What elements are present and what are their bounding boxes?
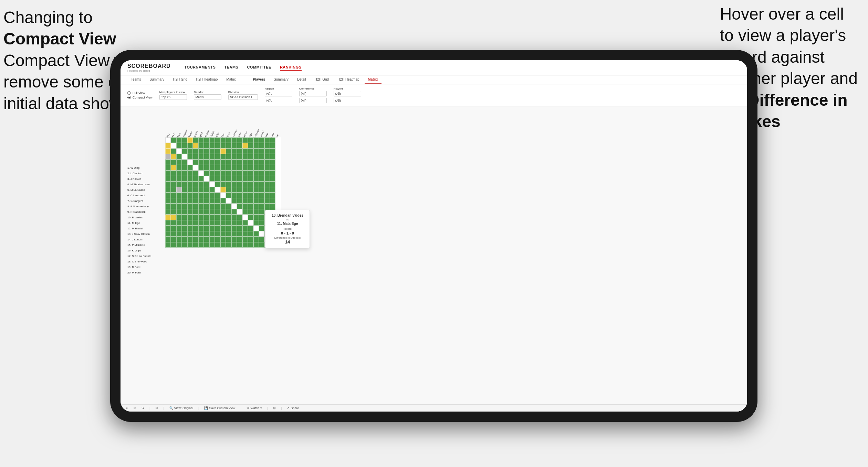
redo-button[interactable]: ↪ [142,406,144,410]
grid-cell[interactable] [259,187,264,193]
grid-cell[interactable] [171,181,176,187]
grid-cell[interactable] [275,204,281,209]
grid-cell[interactable] [242,143,248,148]
grid-cell[interactable] [264,176,270,181]
grid-cell[interactable] [253,165,259,170]
grid-cell[interactable] [248,215,253,220]
grid-cell[interactable] [198,237,204,242]
grid-cell[interactable] [204,154,209,159]
grid-cell[interactable] [176,193,182,198]
view-original-button[interactable]: 🔍 View: Original [169,406,193,410]
grid-cell[interactable] [242,226,248,231]
grid-cell[interactable] [220,215,226,220]
grid-cell[interactable] [187,231,193,237]
grid-cell[interactable] [248,193,253,198]
grid-cell[interactable] [248,170,253,176]
grid-cell[interactable] [182,226,187,231]
tab-teams[interactable]: Teams [127,75,144,84]
grid-cell[interactable] [215,204,220,209]
tab-summary-2[interactable]: Summary [270,75,292,84]
grid-cell[interactable] [187,159,193,165]
grid-cell[interactable] [204,170,209,176]
grid-cell[interactable] [248,204,253,209]
grid-cell[interactable] [193,165,198,170]
grid-cell[interactable] [259,204,264,209]
grid-cell[interactable] [215,137,220,143]
grid-cell[interactable] [275,181,281,187]
grid-cell[interactable] [182,143,187,148]
grid-cell[interactable] [165,137,171,143]
grid-cell[interactable] [171,154,176,159]
tab-h2h-grid-1[interactable]: H2H Grid [169,75,191,84]
grid-cell[interactable] [253,187,259,193]
grid-cell[interactable] [259,220,264,226]
grid-cell[interactable] [220,226,226,231]
grid-cell[interactable] [275,137,281,143]
grid-cell[interactable] [226,148,231,154]
grid-cell[interactable] [226,242,231,248]
grid-cell[interactable] [182,137,187,143]
grid-cell[interactable] [226,143,231,148]
grid-cell[interactable] [193,242,198,248]
grid-cell[interactable] [204,237,209,242]
grid-cell[interactable] [176,187,182,193]
conference-select-1[interactable]: (All) [299,91,327,96]
grid-cell[interactable] [264,159,270,165]
grid-cell[interactable] [220,159,226,165]
grid-cell[interactable] [204,181,209,187]
grid-cell[interactable] [193,220,198,226]
grid-cell[interactable] [204,242,209,248]
grid-cell[interactable] [253,204,259,209]
grid-cell[interactable] [259,193,264,198]
grid-cell[interactable] [193,215,198,220]
grid-cell[interactable] [237,242,242,248]
grid-cell[interactable] [187,181,193,187]
grid-cell[interactable] [220,176,226,181]
grid-cell[interactable] [237,159,242,165]
grid-cell[interactable] [220,204,226,209]
grid-cell[interactable] [176,143,182,148]
undo-button[interactable]: ↩ [126,406,128,410]
grid-cell[interactable] [165,143,171,148]
grid-cell[interactable] [215,198,220,204]
grid-cell[interactable] [198,143,204,148]
grid-cell[interactable] [171,170,176,176]
grid-cell[interactable] [209,220,215,226]
grid-cell[interactable] [215,143,220,148]
grid-cell[interactable] [182,198,187,204]
grid-cell[interactable] [182,170,187,176]
grid-cell[interactable] [165,193,171,198]
division-select[interactable]: NCAA Division I [228,94,258,100]
grid-cell[interactable] [231,181,237,187]
grid-cell[interactable] [270,170,275,176]
grid-cell[interactable] [215,165,220,170]
grid-cell[interactable] [248,143,253,148]
grid-cell[interactable] [270,181,275,187]
grid-cell[interactable] [198,137,204,143]
grid-cell[interactable] [259,198,264,204]
grid-cell[interactable] [248,220,253,226]
grid-cell[interactable] [248,226,253,231]
grid-cell[interactable] [264,187,270,193]
max-players-select[interactable]: Top 25 [159,94,187,100]
grid-cell[interactable] [193,237,198,242]
grid-cell[interactable] [253,193,259,198]
grid-cell[interactable] [165,209,171,215]
tab-matrix-2[interactable]: Matrix [365,75,381,84]
grid-cell[interactable] [275,170,281,176]
grid-cell[interactable] [275,154,281,159]
grid-cell[interactable] [259,209,264,215]
grid-cell[interactable] [198,148,204,154]
grid-cell[interactable] [198,187,204,193]
grid-cell[interactable] [187,198,193,204]
grid-cell[interactable] [242,137,248,143]
grid-cell[interactable] [220,154,226,159]
grid-cell[interactable] [248,159,253,165]
grid-cell[interactable] [259,154,264,159]
grid-cell[interactable] [248,165,253,170]
grid-cell[interactable] [220,165,226,170]
players-select-1[interactable]: (All) [334,91,361,96]
grid-cell[interactable] [259,226,264,231]
grid-cell[interactable] [209,242,215,248]
grid-cell[interactable] [193,159,198,165]
